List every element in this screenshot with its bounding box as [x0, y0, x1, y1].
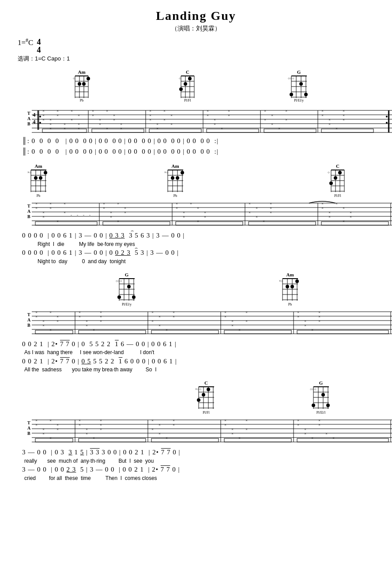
- svg-text:×: ×: [170, 113, 173, 117]
- svg-text:×: ×: [86, 319, 88, 323]
- svg-text:×: ×: [42, 210, 45, 215]
- svg-text:×: ×: [278, 126, 280, 131]
- lyrics-2-line1: Right I die My life be·fore my eyes: [22, 241, 379, 248]
- svg-rect-413: [79, 438, 146, 442]
- svg-text:×: ×: [270, 201, 272, 206]
- svg-text:×: ×: [335, 126, 338, 131]
- svg-text:×: ×: [328, 210, 331, 215]
- svg-text:×: ×: [158, 323, 161, 328]
- svg-point-144: [44, 171, 47, 174]
- chord-am-2b: Am ×○ Pb: [163, 163, 188, 200]
- notation-4-line1: 3 — 0 0 | 0 3 3 1 5 | 3 3 3 0 0 | 0 0 2 …: [22, 447, 379, 457]
- svg-text:×: ×: [113, 117, 115, 122]
- page: Landing Guy （演唱：刘昊霖） 1=#C 4 4 选调：1=C Cap…: [0, 0, 392, 495]
- svg-text:×: ×: [207, 113, 209, 117]
- svg-text:×: ×: [35, 314, 38, 319]
- svg-text:C: C: [204, 380, 208, 385]
- svg-text:×: ×: [110, 215, 112, 219]
- svg-text:×: ×: [64, 122, 66, 126]
- svg-text:×: ×: [57, 113, 59, 117]
- svg-text:×: ×: [343, 206, 345, 210]
- svg-text:×: ×: [297, 418, 299, 423]
- svg-text:-: -: [83, 213, 84, 217]
- svg-text:×: ×: [35, 201, 38, 206]
- svg-rect-240: [249, 222, 316, 225]
- svg-text:×: ×: [42, 215, 45, 219]
- svg-text:×: ×: [271, 122, 273, 126]
- section-3: G ○○○ Pl/El/y: [13, 272, 379, 374]
- svg-text:×: ×: [57, 427, 59, 431]
- svg-text:×: ×: [86, 323, 88, 328]
- svg-text:A: A: [27, 116, 31, 121]
- svg-text:T: T: [27, 312, 30, 317]
- svg-text:×: ×: [158, 423, 161, 427]
- svg-text:A: A: [27, 426, 31, 430]
- svg-text:-: -: [71, 213, 72, 217]
- svg-text:×: ×: [318, 310, 320, 314]
- svg-text:×: ×: [64, 210, 66, 215]
- svg-text:×: ×: [207, 109, 209, 113]
- svg-point-340: [207, 388, 210, 391]
- svg-text:×: ×: [57, 109, 59, 113]
- svg-text:×: ×: [93, 436, 95, 440]
- svg-text:×: ×: [304, 323, 306, 328]
- svg-text:×: ×: [49, 122, 52, 126]
- svg-text:×: ×: [49, 117, 52, 122]
- svg-text:×: ×: [328, 215, 331, 219]
- svg-text:Am: Am: [78, 69, 85, 75]
- svg-text:Am: Am: [286, 272, 294, 277]
- svg-text:×: ×: [343, 219, 345, 223]
- svg-text:×: ×: [35, 310, 38, 314]
- svg-text:×: ×: [224, 310, 226, 314]
- chord-c-3: C ×○○ Pl/Fl: [194, 380, 219, 416]
- svg-text:×: ×: [318, 423, 320, 427]
- svg-text:○: ○: [179, 76, 181, 80]
- svg-text:×: ×: [93, 328, 95, 332]
- svg-text:×: ×: [78, 126, 80, 131]
- svg-text:×: ×: [166, 328, 168, 332]
- svg-point-130: [386, 122, 388, 124]
- svg-text:×: ×: [263, 219, 265, 223]
- svg-text:×: ×: [35, 423, 38, 427]
- svg-rect-124: [207, 129, 259, 132]
- svg-rect-238: [103, 222, 170, 225]
- svg-text:×: ×: [78, 122, 80, 126]
- svg-text:×: ×: [42, 319, 45, 323]
- svg-text:×: ×: [343, 117, 345, 122]
- chord-g-1: G ○○○ Pl/El/y: [287, 69, 311, 104]
- svg-text:×: ×: [86, 427, 88, 431]
- svg-point-12: [82, 82, 86, 86]
- svg-point-129: [386, 116, 388, 117]
- svg-text:×: ×: [100, 319, 102, 323]
- chord-c-2: C ○ Pl/Fl: [327, 163, 349, 200]
- svg-text:×: ×: [328, 122, 331, 126]
- notation-3-line2: 0 0 2 1 | 2• 7 7 0 | 0 5 5 5 2 2 1 6 0 0…: [22, 356, 379, 366]
- svg-text:Am: Am: [171, 163, 179, 169]
- chord-g-2: G ○○○ Pl/El/y: [115, 272, 139, 308]
- svg-text:×: ×: [163, 109, 166, 113]
- svg-text:×: ×: [190, 201, 192, 206]
- svg-text:×: ×: [110, 210, 112, 215]
- notation-1-line2: ║: 0 0 0 0 | 0 0 0 0 | 0 0 0 0 | 0 0 0 0…: [22, 146, 379, 157]
- svg-text:A: A: [27, 317, 31, 322]
- chord-g-3: G ○○○ Pl/El/l: [309, 380, 333, 416]
- svg-text:×: ×: [311, 328, 313, 332]
- notation-2-line2: 0 0 0 0 | 0 0 6 1 | 3 — 0 0 | 0 0 2 3 5 …: [22, 248, 379, 258]
- svg-text:×: ×: [231, 427, 234, 431]
- lyrics-4-line2: cried for all these time Then I comes cl…: [22, 475, 379, 482]
- svg-text:×: ×: [49, 206, 52, 210]
- section-2: Am ×○ Pb: [13, 163, 379, 265]
- svg-text:×: ×: [100, 310, 102, 314]
- svg-text:×: ×: [99, 122, 101, 126]
- svg-text:C: C: [186, 69, 189, 75]
- svg-text:×: ×: [328, 117, 331, 122]
- svg-point-341: [202, 393, 205, 397]
- svg-text:×: ×: [149, 113, 151, 117]
- svg-point-158: [176, 176, 179, 180]
- svg-point-143: [39, 176, 42, 180]
- svg-text:×: ×: [270, 210, 272, 215]
- svg-text:×: ×: [224, 314, 226, 319]
- svg-text:×: ×: [245, 418, 248, 423]
- lyrics-3-line2: All the sadness you take my brea·th away…: [22, 366, 379, 374]
- svg-text:B: B: [27, 214, 30, 219]
